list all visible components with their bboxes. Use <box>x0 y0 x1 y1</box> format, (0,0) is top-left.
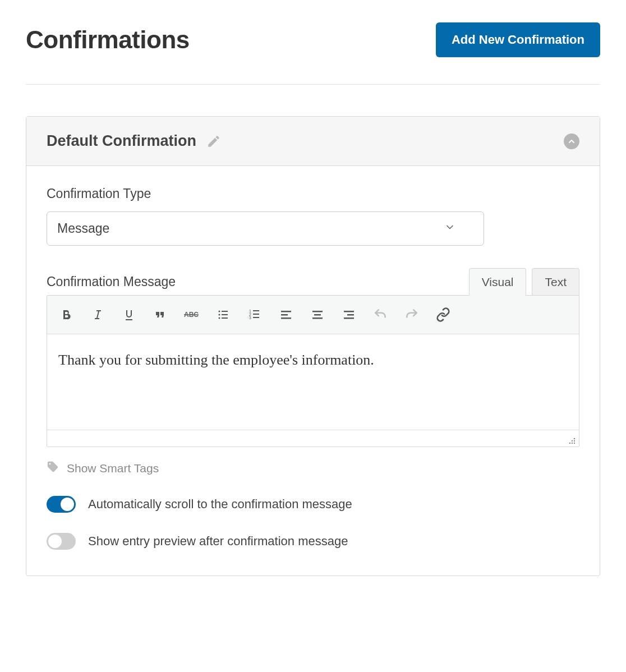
svg-rect-7 <box>222 317 228 319</box>
svg-point-2 <box>219 311 220 312</box>
align-right-button[interactable] <box>335 302 362 327</box>
panel-header: Default Confirmation <box>26 117 600 166</box>
pencil-icon[interactable] <box>206 134 221 149</box>
type-label: Confirmation Type <box>47 186 579 201</box>
svg-rect-16 <box>281 317 291 319</box>
page-title: Confirmations <box>26 26 190 54</box>
svg-point-26 <box>569 443 570 444</box>
chevron-up-icon[interactable] <box>564 134 579 149</box>
tag-icon <box>47 461 59 476</box>
editor: ABC 123 <box>47 295 579 447</box>
tab-visual[interactable]: Visual <box>469 268 527 296</box>
confirmation-panel: Default Confirmation Confirmation Type M… <box>26 116 600 576</box>
redo-button[interactable] <box>398 302 425 327</box>
chevron-down-icon <box>444 221 455 236</box>
svg-point-23 <box>574 438 575 439</box>
svg-rect-21 <box>347 314 354 316</box>
svg-rect-9 <box>253 310 259 311</box>
bullet-list-button[interactable] <box>210 302 237 327</box>
undo-button[interactable] <box>367 302 394 327</box>
svg-rect-13 <box>253 317 259 318</box>
confirmation-type-select[interactable]: Message <box>47 211 484 246</box>
svg-rect-14 <box>281 311 291 312</box>
add-confirmation-button[interactable]: Add New Confirmation <box>436 22 600 57</box>
align-center-button[interactable] <box>304 302 331 327</box>
align-left-button[interactable] <box>273 302 300 327</box>
svg-point-24 <box>572 440 573 441</box>
message-textarea[interactable]: Thank you for submitting the employee's … <box>47 334 579 430</box>
link-button[interactable] <box>430 302 457 327</box>
svg-point-6 <box>219 317 220 319</box>
svg-rect-15 <box>281 314 288 316</box>
smart-tags-label: Show Smart Tags <box>67 462 159 475</box>
svg-text:3: 3 <box>249 316 251 320</box>
editor-toolbar: ABC 123 <box>47 296 579 334</box>
auto-scroll-toggle[interactable] <box>47 496 76 513</box>
svg-rect-5 <box>222 314 228 315</box>
show-smart-tags-link[interactable]: Show Smart Tags <box>47 461 579 476</box>
bold-button[interactable] <box>53 302 80 327</box>
strikethrough-button[interactable]: ABC <box>178 302 205 327</box>
italic-button[interactable] <box>84 302 111 327</box>
entry-preview-toggle[interactable] <box>47 533 76 550</box>
svg-rect-20 <box>344 311 354 312</box>
entry-preview-label: Show entry preview after confirmation me… <box>88 534 348 549</box>
numbered-list-button[interactable]: 123 <box>241 302 268 327</box>
svg-point-4 <box>219 314 220 316</box>
svg-point-27 <box>572 443 573 444</box>
message-label: Confirmation Message <box>47 274 176 289</box>
panel-body: Confirmation Type Message Confirmation M… <box>26 166 600 576</box>
svg-rect-18 <box>314 314 321 316</box>
underline-button[interactable] <box>116 302 142 327</box>
auto-scroll-label: Automatically scroll to the confirmation… <box>88 497 352 512</box>
select-value: Message <box>57 221 109 236</box>
svg-rect-11 <box>253 314 259 315</box>
svg-point-28 <box>574 443 575 444</box>
blockquote-button[interactable] <box>147 302 174 327</box>
resize-bar[interactable] <box>47 430 579 447</box>
svg-rect-22 <box>344 317 354 319</box>
svg-rect-3 <box>222 311 228 312</box>
divider <box>26 84 600 85</box>
svg-rect-19 <box>312 317 323 319</box>
svg-point-25 <box>574 440 575 441</box>
resize-grip-icon <box>567 435 577 445</box>
panel-title: Default Confirmation <box>47 132 196 150</box>
tab-text[interactable]: Text <box>532 268 579 296</box>
svg-rect-17 <box>312 311 323 312</box>
